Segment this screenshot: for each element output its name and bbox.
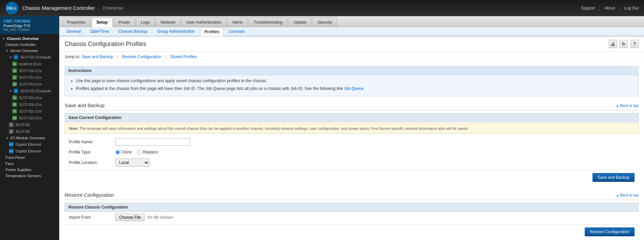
sidebar-item-front-panel[interactable]: Front Panel — [0, 154, 59, 161]
sidebar-item-chassis-overview[interactable]: ▼ Chassis Overview — [0, 35, 59, 42]
tab-user-auth[interactable]: User Authentication — [181, 18, 227, 27]
profile-type-clone-label[interactable]: Clone — [115, 150, 132, 154]
app-header: DELL Chassis Management Controller Enter… — [0, 0, 644, 16]
logout-link[interactable]: Log Out — [624, 6, 639, 10]
jump-restore-config[interactable]: Restore Configuration — [122, 54, 162, 59]
sidebar-label-slot01-1a: localhost (Com — [19, 62, 42, 66]
sidebar-item-slot02-2d[interactable]: 2d SLOT-02d (Cor — [0, 115, 59, 121]
save-backup-back-to-top[interactable]: Back to top — [616, 103, 639, 107]
sidebar-item-chassis-controller[interactable]: Chassis Controller — [0, 42, 59, 48]
profile-type-radio-group: Clone Replace — [115, 150, 158, 154]
sidebar-item-slot01-1d[interactable]: 1d SLOT-01d (Cor — [0, 81, 59, 88]
support-link[interactable]: Support — [581, 6, 595, 10]
profile-type-replace-label[interactable]: Replace — [137, 150, 158, 154]
tab-alerts[interactable]: Alerts — [227, 18, 248, 27]
restore-chassis-config-header: Restore Chassis Configuration — [65, 203, 639, 212]
sidebar-item-slot01[interactable]: ▼ 1 SLOT-01 (Compute — [0, 54, 59, 61]
tab-troubleshooting[interactable]: Troubleshooting — [249, 18, 288, 27]
tab-network[interactable]: Network — [155, 18, 180, 27]
sidebar-item-slot02-2b[interactable]: 2b SLOT-02b (Cor — [0, 101, 59, 108]
tab-security[interactable]: Security — [312, 18, 337, 27]
help-button[interactable]: ? — [630, 40, 639, 48]
slot01-1c-bullet: 1c — [12, 75, 17, 80]
sidebar-tree: ▼ Chassis Overview Chassis Controller ▼ … — [0, 34, 59, 180]
sidebar-item-slot01-1b[interactable]: 1b SLOT-01b (Cor — [0, 67, 59, 74]
profile-type-clone-radio[interactable] — [115, 150, 120, 154]
sidebar-label-io-overview: I/O Module Overview — [10, 136, 45, 140]
import-from-row: Import From Choose File No file chosen — [65, 212, 639, 223]
dell-logo-text: DELL — [7, 6, 17, 10]
sidebar-item-temp-sensors[interactable]: Temperature Sensors — [0, 173, 59, 179]
sidebar-item-server-overview[interactable]: ▼ Server Overview — [0, 48, 59, 54]
tab-logs[interactable]: Logs — [136, 18, 155, 27]
slot03-bullet: 3 — [9, 122, 14, 127]
tab-power[interactable]: Power — [113, 18, 135, 27]
restore-configuration-button[interactable]: Restore Configuration — [585, 227, 635, 236]
sidebar-item-slot02[interactable]: ▼ 2 SLOT-02 (Compute — [0, 88, 59, 94]
subtab-licenses[interactable]: Licenses — [224, 27, 249, 36]
job-queue-link[interactable]: Job Queue — [344, 86, 364, 91]
sidebar-item-slot01-1c[interactable]: 1c SLOT-01c (Cor — [0, 74, 59, 81]
sidebar-label-slot01-1b: SLOT-01b (Cor — [19, 69, 42, 73]
jump-sep-1: | — [117, 54, 118, 59]
tab-setup[interactable]: Setup — [91, 18, 113, 27]
profile-name-input[interactable] — [115, 138, 190, 146]
subtab-chassis-backup[interactable]: Chassis Backup — [114, 27, 152, 36]
subtab-group-admin[interactable]: Group Administration — [153, 27, 199, 36]
profile-type-replace-text: Replace — [143, 150, 158, 154]
sidebar-label-slot01: SLOT-01 (Compute — [20, 55, 51, 59]
profile-type-clone-text: Clone — [121, 150, 132, 154]
jump-save-backup[interactable]: Save and Backup — [81, 54, 113, 59]
refresh-button[interactable]: ↻ — [620, 40, 628, 48]
import-from-label: Import From — [69, 215, 113, 220]
choose-file-button[interactable]: Choose File — [115, 214, 145, 221]
sidebar-item-power-supplies[interactable]: Power Supplies — [0, 167, 59, 173]
save-current-config-header: Save Current Configuration — [65, 113, 639, 122]
sidebar-item-slot01-1a[interactable]: 1a localhost (Com — [0, 61, 59, 67]
dell-logo: DELL — [5, 2, 18, 15]
restore-config-back-to-top[interactable]: Back to top — [616, 193, 639, 197]
about-link[interactable]: About — [604, 6, 615, 10]
save-and-backup-button[interactable]: Save and Backup — [593, 173, 635, 182]
sidebar-item-slot03[interactable]: 3 SLOT-03 — [0, 121, 59, 128]
subtab-profiles[interactable]: Profiles — [200, 27, 224, 36]
instructions-header: Instructions — [65, 67, 638, 75]
app-title: Chassis Management Controller — [22, 5, 95, 11]
tab-properties[interactable]: Properties — [62, 18, 91, 27]
sidebar-item-slot02-2c[interactable]: 2c SLOT-02c (Cor — [0, 108, 59, 115]
sidebar-item-slot04[interactable]: 4 SLOT-04 — [0, 128, 59, 135]
sidebar-item-fans[interactable]: Fans — [0, 161, 59, 167]
profile-name-label: Profile Name: — [69, 140, 113, 144]
jump-to-label: Jump to: — [65, 54, 80, 59]
main-area: Properties Setup Power Logs Network User… — [59, 16, 644, 240]
sidebar-label-fans: Fans — [5, 162, 14, 166]
toggle-chassis-overview: ▼ — [2, 37, 5, 41]
subtab-datetime[interactable]: Date/Time — [86, 27, 113, 36]
profile-type-row: Profile Type: Clone Replace — [65, 148, 639, 157]
jump-stored-profiles[interactable]: Stored Profiles — [170, 54, 197, 59]
tab-update[interactable]: Update — [288, 18, 312, 27]
sidebar-item-slot02-2a[interactable]: 2a SLOT-02a (Cor — [0, 94, 59, 101]
sidebar-label-power-supplies: Power Supplies — [5, 168, 31, 172]
sidebar-label-a1: Gigabit Ethernet — [16, 142, 41, 146]
instructions-box: Instructions Use this page to save chass… — [65, 66, 639, 96]
subtab-general[interactable]: General — [62, 27, 85, 36]
sidebar-label-slot02-2b: SLOT-02b (Cor — [19, 103, 42, 106]
nav-divider-2: | — [619, 6, 620, 10]
sidebar-item-a2-ethernet[interactable]: A2 Gigabit Ethernet — [0, 148, 59, 154]
toggle-io-overview: ▼ — [5, 136, 9, 140]
print-button[interactable]: 🖨 — [609, 40, 617, 48]
sidebar-item-io-overview[interactable]: ▼ I/O Module Overview — [0, 135, 59, 141]
restore-button-bar: Restore Configuration — [65, 224, 639, 239]
a2-bullet: A2 — [9, 149, 14, 153]
slot02-2a-bullet: 2a — [12, 95, 17, 100]
slot04-bullet: 4 — [9, 129, 14, 134]
jump-to-bar: Jump to: Save and Backup | Restore Confi… — [59, 52, 644, 62]
profile-location-select[interactable]: Local — [115, 159, 149, 167]
device-sub: lmc_e6c, Custom — [3, 28, 56, 31]
sidebar-label-slot02-2c: SLOT-02c (Cor — [19, 110, 42, 113]
slot01-1d-bullet: 1d — [12, 82, 17, 87]
save-backup-header: Save and Backup Back to top — [65, 100, 639, 111]
profile-type-replace-radio[interactable] — [137, 150, 142, 154]
sidebar-item-a1-ethernet[interactable]: A1 Gigabit Ethernet — [0, 141, 59, 148]
